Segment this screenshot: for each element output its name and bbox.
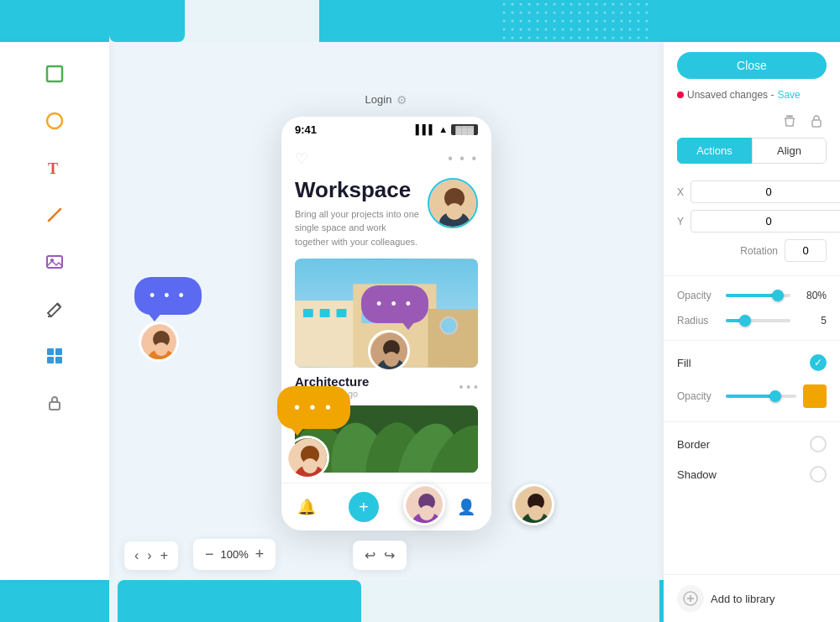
bubble-dots-purple: • • • bbox=[376, 295, 413, 313]
canvas-next-btn[interactable]: › bbox=[147, 548, 151, 563]
shadow-checkbox[interactable] bbox=[810, 466, 827, 483]
svg-point-31 bbox=[440, 317, 457, 334]
unsaved-row: Unsaved changes - Save bbox=[664, 89, 840, 107]
svg-text:T: T bbox=[48, 160, 58, 177]
y-label: Y bbox=[677, 216, 684, 227]
lock-icon[interactable] bbox=[806, 111, 827, 131]
divider-3 bbox=[664, 421, 840, 422]
text-tool[interactable]: T bbox=[39, 153, 70, 183]
ellipse-tool[interactable] bbox=[39, 106, 70, 136]
canvas-area[interactable]: Login ⚙ 9:41 ▌▌▌ ▲ ▓▓▓ ♡ • • • bbox=[109, 42, 664, 580]
actions-tab[interactable]: Actions bbox=[677, 138, 752, 164]
signal-icon: ▌▌▌ bbox=[416, 124, 435, 134]
svg-rect-1 bbox=[500, 0, 651, 42]
zoom-level: 100% bbox=[221, 548, 249, 561]
nav-profile-icon[interactable]: 👤 bbox=[457, 498, 475, 516]
rectangle-tool[interactable] bbox=[39, 59, 70, 89]
color-swatch[interactable] bbox=[803, 384, 827, 408]
bg-top-right bbox=[659, 0, 840, 42]
more-options-icon[interactable]: • • • bbox=[448, 151, 478, 166]
phone-time: 9:41 bbox=[295, 123, 317, 136]
svg-point-45 bbox=[302, 458, 318, 473]
rotation-input[interactable] bbox=[785, 239, 827, 262]
speech-bubble-purple: • • • bbox=[361, 285, 428, 323]
gear-icon[interactable]: ⚙ bbox=[396, 93, 407, 107]
undo-btn[interactable]: ↩ bbox=[365, 547, 375, 563]
rotation-label: Rotation bbox=[740, 245, 778, 257]
login-label: Login ⚙ bbox=[365, 93, 408, 107]
svg-point-49 bbox=[384, 352, 399, 367]
border-row: Border bbox=[664, 429, 840, 459]
grid-tool[interactable] bbox=[39, 341, 70, 371]
fill-opacity-label: Opacity bbox=[677, 390, 719, 402]
trash-icon[interactable] bbox=[780, 111, 800, 131]
svg-rect-25 bbox=[337, 309, 347, 317]
radius-slider-thumb[interactable] bbox=[739, 315, 751, 327]
save-link[interactable]: Save bbox=[777, 89, 800, 101]
lock-tool[interactable] bbox=[39, 388, 70, 418]
radius-value: 5 bbox=[797, 315, 827, 327]
speech-bubble-blue: • • • bbox=[134, 277, 202, 315]
card-more-icon[interactable]: • • • bbox=[459, 380, 478, 394]
opacity-slider-track[interactable] bbox=[726, 294, 790, 297]
divider-2 bbox=[664, 340, 840, 341]
fill-opacity-thumb[interactable] bbox=[769, 390, 781, 402]
pen-tool[interactable] bbox=[39, 200, 70, 230]
hero-section: Workspace Bring all your projects into o… bbox=[295, 178, 478, 248]
zoom-controls: − 100% + bbox=[193, 539, 276, 570]
fill-checkbox[interactable]: ✓ bbox=[810, 354, 827, 371]
collab-avatar-5 bbox=[403, 483, 445, 525]
svg-rect-24 bbox=[320, 309, 330, 317]
canvas-prev-btn[interactable]: ‹ bbox=[134, 548, 139, 563]
bottom-right-avatar bbox=[512, 483, 554, 525]
y-input[interactable] bbox=[690, 210, 840, 233]
speech-bubble-yellow: • • • bbox=[277, 386, 350, 429]
pencil-tool[interactable] bbox=[39, 294, 70, 324]
icon-row bbox=[664, 107, 840, 138]
svg-rect-13 bbox=[55, 357, 62, 363]
radius-slider-track[interactable] bbox=[726, 319, 790, 322]
fill-opacity-slider[interactable] bbox=[726, 395, 796, 398]
zoom-in-btn[interactable]: + bbox=[255, 546, 265, 563]
phone-status-bar: 9:41 ▌▌▌ ▲ ▓▓▓ bbox=[281, 117, 491, 139]
bubble-dots-blue: • • • bbox=[150, 287, 186, 305]
bg-bottom-left-2 bbox=[118, 580, 361, 622]
redo-btn[interactable]: ↪ bbox=[384, 547, 395, 563]
align-tab[interactable]: Align bbox=[752, 138, 827, 164]
phone-bottom-nav: 🔔 + ⚙ 👤 bbox=[281, 483, 491, 531]
collab-avatar-4 bbox=[512, 483, 554, 525]
svg-point-3 bbox=[47, 113, 62, 128]
border-checkbox[interactable] bbox=[810, 436, 827, 452]
heart-icon[interactable]: ♡ bbox=[295, 149, 308, 168]
user-avatar bbox=[428, 178, 478, 228]
wh-row: Y H bbox=[677, 210, 827, 233]
image-tool[interactable] bbox=[39, 247, 70, 277]
add-library-row[interactable]: Add to library bbox=[664, 574, 840, 622]
tab-row: Actions Align bbox=[664, 138, 840, 174]
avatar-face bbox=[429, 180, 478, 228]
zoom-out-btn[interactable]: − bbox=[205, 546, 214, 563]
left-toolbar: T bbox=[0, 42, 109, 580]
battery-icon: ▓▓▓ bbox=[451, 124, 478, 135]
opacity-value: 80% bbox=[797, 290, 827, 301]
workspace-desc: Bring all your projects into one single … bbox=[295, 207, 419, 249]
login-text: Login bbox=[365, 93, 392, 106]
svg-point-41 bbox=[155, 342, 168, 356]
nav-add-button[interactable]: + bbox=[349, 492, 379, 522]
opacity-slider-thumb[interactable] bbox=[772, 290, 784, 301]
bg-bottom-left-1 bbox=[0, 580, 109, 622]
nav-bell-icon[interactable]: 🔔 bbox=[297, 498, 316, 516]
add-library-label: Add to library bbox=[711, 593, 775, 605]
undo-redo-controls: ↩ ↪ bbox=[353, 541, 407, 570]
canvas-add-btn[interactable]: + bbox=[160, 548, 168, 563]
wifi-icon: ▲ bbox=[438, 124, 448, 134]
svg-point-57 bbox=[419, 505, 434, 520]
x-input[interactable] bbox=[690, 180, 840, 203]
close-button[interactable]: Close bbox=[677, 52, 827, 79]
divider-1 bbox=[664, 275, 840, 276]
svg-rect-11 bbox=[55, 348, 62, 355]
fill-row: Fill ✓ bbox=[664, 348, 840, 378]
unsaved-indicator bbox=[677, 91, 684, 98]
collab-avatar-1 bbox=[139, 321, 179, 362]
fill-opacity-row: Opacity bbox=[664, 378, 840, 415]
